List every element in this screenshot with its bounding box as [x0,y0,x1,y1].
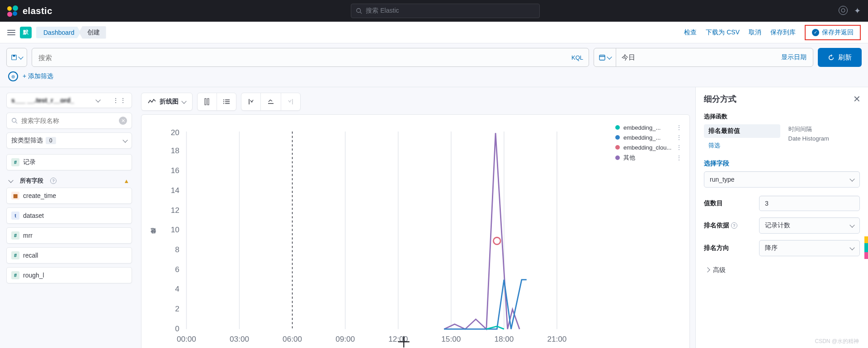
rank-by-label: 排名依据 [704,221,729,230]
field-search-input[interactable]: ✕ [6,113,132,129]
svg-text:03:00: 03:00 [230,334,249,343]
refresh-button[interactable]: 刷新 [818,48,862,67]
global-search-placeholder: 搜索 Elastic [366,7,399,15]
info-icon: ? [50,178,57,184]
advanced-label: 高级 [713,266,726,274]
legend-label: embedding_... [623,124,660,131]
legend-more-icon[interactable]: ⋮ [676,124,682,131]
panel-title: 细分方式 [704,94,860,104]
legend-more-icon[interactable]: ⋮ [676,134,682,141]
palette-button[interactable] [198,94,217,110]
breadcrumb: Dashboard 创建 [36,26,106,39]
space-badge[interactable]: 默 [20,27,32,38]
string-token-icon: t [11,212,19,220]
save-to-library-button[interactable]: 保存到库 [770,28,796,37]
chart-body[interactable]: 024 6810 121416 1820 00:0003:0006:00 09:… [158,124,610,348]
watermark: CSDN @水的精神 [815,338,859,345]
svg-text:4: 4 [175,284,179,293]
breadcrumb-create: 创建 [79,26,106,39]
legend-dot-icon [615,125,620,130]
add-filter-button[interactable]: + 添加筛选 [23,72,53,80]
field-label: recall [23,252,38,259]
number-token-icon: # [11,251,19,259]
chart-type-picker[interactable]: 折线图 [141,93,193,111]
field-item[interactable]: ▦create_time [6,188,132,204]
option-interval[interactable]: 时间间隔 [784,124,860,134]
newsfeed-icon[interactable]: ✦ [854,6,861,16]
global-search-input[interactable]: 搜索 Elastic [351,4,540,18]
svg-line-1 [360,12,362,14]
menu-toggle-icon[interactable] [7,30,15,35]
logo-area[interactable]: elastic [7,5,52,16]
svg-point-2 [841,9,845,12]
svg-text:09:00: 09:00 [335,334,355,343]
list-button[interactable] [217,94,236,109]
svg-point-14 [223,99,224,100]
rank-direction-select[interactable]: 降序 [759,240,860,256]
global-header: elastic 搜索 Elastic ✦ [0,0,868,22]
download-csv-button[interactable]: 下载为 CSV [706,28,740,37]
field-item[interactable]: #rough_l [6,267,132,283]
filter-options-icon[interactable]: ⊜ [8,71,18,81]
more-icon[interactable]: ⋮⋮ [113,97,127,104]
date-picker: 今日 显示日期 [594,48,813,67]
all-fields-section[interactable]: 所有字段 ? ▲ [6,174,132,188]
date-quick-button[interactable] [594,48,616,66]
option-date-histogram[interactable]: Date Histogram [784,134,860,143]
cancel-button[interactable]: 取消 [749,28,761,37]
legend-item[interactable]: 其他⋮ [615,154,682,162]
save-and-return-button[interactable]: ✓ 保存并返回 [805,25,861,40]
query-input[interactable] [32,48,566,66]
svg-text:18: 18 [171,146,179,155]
close-icon[interactable]: ✕ [853,94,861,104]
field-label: rough_l [23,272,44,279]
field-item[interactable]: #mrr [6,227,132,244]
help-icon[interactable] [839,6,848,15]
info-icon[interactable]: ? [731,222,737,229]
chart-toolbar: 折线图 [141,93,690,111]
legend-more-icon[interactable]: ⋮ [676,144,682,151]
breakdown-config-panel: 细分方式 ✕ 选择函数 排名最前值 筛选 时间间隔 Date Histogram… [695,87,868,348]
date-token-icon: ▦ [11,192,19,200]
clear-icon[interactable]: ✕ [119,117,127,125]
svg-text:16: 16 [171,166,179,175]
legend-item[interactable]: embedding_...⋮ [615,124,682,131]
option-top-values[interactable]: 排名最前值 [704,124,780,138]
legend-item[interactable]: embedding_...⋮ [615,134,682,141]
datasource-picker[interactable]: s___ __.test_r__ord_ ⋮⋮ [6,93,132,108]
field-select[interactable]: run_type [704,171,860,188]
svg-text:15:00: 15:00 [441,334,461,343]
inspect-button[interactable]: 检查 [684,28,697,37]
axis-bottom-button[interactable] [261,94,281,109]
svg-text:18:00: 18:00 [494,334,514,343]
legend-item[interactable]: embedding_clou...⋮ [615,144,682,151]
date-range-text[interactable]: 今日 [616,48,775,66]
saved-query-button[interactable] [6,48,27,67]
header-right-icons: ✦ [839,6,861,16]
field-search-text[interactable] [21,117,115,124]
search-icon [356,8,362,14]
svg-text:8: 8 [175,245,179,254]
field-item[interactable]: #recall [6,247,132,263]
elastic-cluster-icon [7,5,18,16]
select-field-label: 选择字段 [704,160,860,168]
field-label: dataset [23,212,44,219]
show-dates-button[interactable]: 显示日期 [775,48,813,66]
option-filter[interactable]: 筛选 [704,140,780,151]
query-input-wrapper: KQL [32,48,589,67]
query-language-button[interactable]: KQL [566,48,589,66]
advanced-toggle[interactable]: 高级 [704,263,860,278]
svg-text:21:00: 21:00 [547,334,566,343]
number-token-icon: # [11,231,19,240]
chart-legend: embedding_...⋮ embedding_...⋮ embedding_… [610,124,682,348]
axis-left-button[interactable] [241,94,260,110]
line-chart-icon [148,99,156,105]
rank-by-select[interactable]: 记录计数 [759,217,860,234]
legend-more-icon[interactable]: ⋮ [676,154,682,161]
svg-point-7 [12,118,16,122]
value-count-input[interactable]: 3 [759,196,860,211]
field-records[interactable]: # 记录 [6,154,132,170]
breadcrumb-dashboard[interactable]: Dashboard [36,27,81,38]
field-item[interactable]: tdataset [6,207,132,224]
type-filter-button[interactable]: 按类型筛选0 [6,132,132,149]
